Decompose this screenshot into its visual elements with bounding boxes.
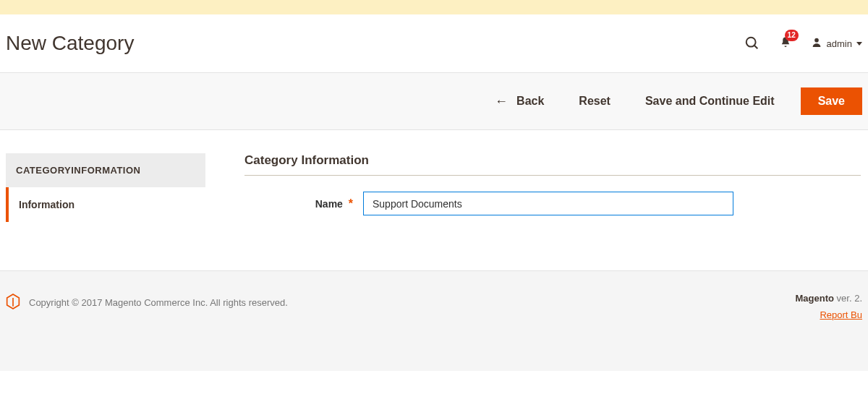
sidebar: CATEGORYINFORMATION Information xyxy=(6,153,205,222)
report-bugs-link[interactable]: Report Bu xyxy=(796,309,862,320)
svg-line-1 xyxy=(754,46,757,49)
arrow-left-icon: ← xyxy=(495,95,508,108)
sidebar-item-information[interactable]: Information xyxy=(6,187,205,222)
main-panel: Category Information Name * xyxy=(244,153,868,227)
notice-banner xyxy=(0,0,868,14)
required-mark: * xyxy=(349,197,353,210)
page-header: New Category 12 admin xyxy=(0,14,868,72)
copyright-text: Copyright © 2017 Magento Commerce Inc. A… xyxy=(29,297,288,308)
chevron-down-icon xyxy=(856,42,862,46)
magento-logo-icon xyxy=(6,293,20,312)
name-label: Name * xyxy=(244,197,363,210)
bell-icon xyxy=(779,40,792,52)
section-title: Category Information xyxy=(244,153,861,176)
name-row: Name * xyxy=(244,192,861,215)
sidebar-item-label: Information xyxy=(19,199,75,210)
svg-point-2 xyxy=(814,38,819,42)
reset-button[interactable]: Reset xyxy=(567,89,622,114)
user-name: admin xyxy=(827,38,852,49)
save-continue-button[interactable]: Save and Continue Edit xyxy=(634,89,786,114)
search-icon[interactable] xyxy=(744,35,760,51)
user-menu[interactable]: admin xyxy=(811,37,862,51)
footer: Copyright © 2017 Magento Commerce Inc. A… xyxy=(0,270,868,371)
notifications-button[interactable]: 12 xyxy=(779,35,792,52)
content: CATEGORYINFORMATION Information Category… xyxy=(0,130,868,256)
brand-name: Magento xyxy=(796,293,834,304)
name-input[interactable] xyxy=(363,192,733,215)
save-button[interactable]: Save xyxy=(801,87,862,115)
header-actions: 12 admin xyxy=(744,35,862,52)
footer-right: Magento ver. 2. Report Bu xyxy=(796,293,862,320)
back-button[interactable]: ← Back xyxy=(483,89,556,114)
version-text: ver. 2. xyxy=(834,293,862,304)
action-bar: ← Back Reset Save and Continue Edit Save xyxy=(0,72,868,130)
page-title: New Category xyxy=(6,32,134,55)
user-icon xyxy=(811,37,822,51)
back-label: Back xyxy=(516,95,544,108)
sidebar-heading: CATEGORYINFORMATION xyxy=(6,153,205,187)
svg-point-0 xyxy=(746,38,755,47)
notifications-badge: 12 xyxy=(785,30,799,41)
footer-left: Copyright © 2017 Magento Commerce Inc. A… xyxy=(6,293,288,312)
